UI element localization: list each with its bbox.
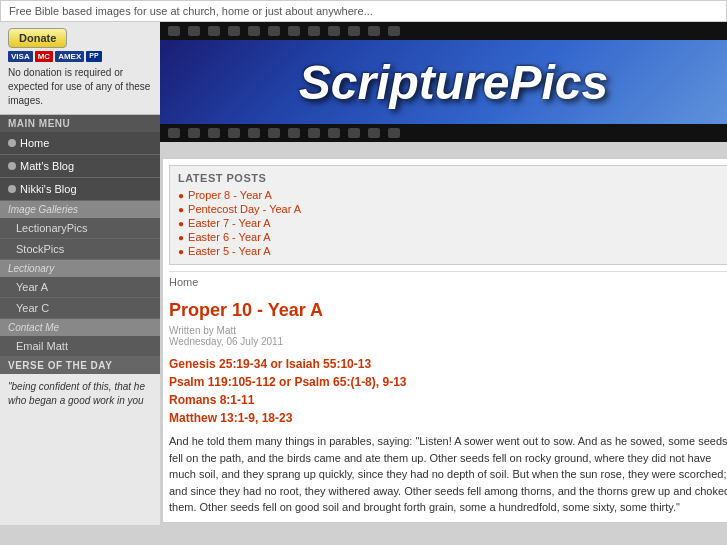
donate-description: No donation is required or expected for … — [8, 66, 152, 108]
film-hole — [388, 128, 400, 138]
menu-label-nikkis-blog: Nikki's Blog — [20, 183, 77, 195]
film-strip-bottom — [160, 124, 727, 142]
site-banner: ScripturePics — [160, 22, 727, 142]
amex-logo: AMEX — [55, 51, 84, 62]
latest-posts-box: LATEST POSTS ● Proper 8 - Year A ● Pente… — [169, 165, 727, 265]
sidebar-item-email-matt[interactable]: Email Matt — [0, 336, 160, 357]
sidebar-item-nikkis-blog[interactable]: Nikki's Blog — [0, 178, 160, 201]
post-label-2: Easter 7 - Year A — [188, 217, 271, 229]
mc-logo: MC — [35, 51, 53, 62]
ref-romans: Romans 8:1-11 — [169, 393, 254, 407]
scripture-ref-3[interactable]: Romans 8:1-11 — [169, 393, 727, 407]
ref-isaiah: Isaiah 55:10-13 — [286, 357, 371, 371]
film-hole — [388, 26, 400, 36]
post-label-1: Pentecost Day - Year A — [188, 203, 301, 215]
verse-of-day-header: VERSE OF THE DAY — [0, 357, 160, 374]
article: Proper 10 - Year A Written by Matt Wedne… — [169, 300, 727, 516]
article-written-by: Written by Matt Wednesday, 06 July 2011 — [169, 325, 727, 347]
site-title: ScripturePics — [299, 55, 608, 110]
sidebar-item-stockpics[interactable]: StockPics — [0, 239, 160, 260]
film-hole — [168, 128, 180, 138]
main-menu-header: MAIN MENU — [0, 115, 160, 132]
menu-label-home: Home — [20, 137, 49, 149]
scripture-ref-2[interactable]: Psalm 119:105-112 or Psalm 65:(1-8), 9-1… — [169, 375, 727, 389]
post-link-4[interactable]: ● Easter 5 - Year A — [178, 244, 727, 258]
article-body: And he told them many things in parables… — [169, 433, 727, 516]
post-dot: ● — [178, 218, 184, 229]
ref-matthew: Matthew 13:1-9, 18-23 — [169, 411, 292, 425]
contact-me-header: Contact Me — [0, 319, 160, 336]
donate-button[interactable]: Donate — [8, 28, 67, 48]
film-hole — [368, 128, 380, 138]
film-holes-bottom — [160, 128, 408, 138]
menu-label-email-matt: Email Matt — [16, 340, 68, 352]
menu-label-lectionarypics: LectionaryPics — [16, 222, 88, 234]
film-hole — [308, 128, 320, 138]
post-link-2[interactable]: ● Easter 7 - Year A — [178, 216, 727, 230]
center-content: LATEST POSTS ● Proper 8 - Year A ● Pente… — [162, 158, 727, 523]
top-bar: Free Bible based images for use at churc… — [0, 0, 727, 22]
menu-label-year-c: Year C — [16, 302, 49, 314]
post-label-0: Proper 8 - Year A — [188, 189, 272, 201]
sidebar-item-matts-blog[interactable]: Matt's Blog — [0, 155, 160, 178]
breadcrumb-text: Home — [169, 276, 198, 288]
film-hole — [348, 26, 360, 36]
film-hole — [368, 26, 380, 36]
menu-bullet-matts-blog — [8, 162, 16, 170]
top-bar-text: Free Bible based images for use at churc… — [9, 5, 373, 17]
ref-genesis: Genesis 25:19-34 — [169, 357, 267, 371]
film-hole — [268, 26, 280, 36]
post-label-3: Easter 6 - Year A — [188, 231, 271, 243]
post-link-3[interactable]: ● Easter 6 - Year A — [178, 230, 727, 244]
sidebar-item-home[interactable]: Home — [0, 132, 160, 155]
sidebar-item-year-a[interactable]: Year A — [0, 277, 160, 298]
breadcrumb: Home — [169, 271, 727, 292]
ref-or-2: or — [276, 375, 295, 389]
menu-bullet-home — [8, 139, 16, 147]
film-holes-top — [160, 26, 408, 36]
menu-label-year-a: Year A — [16, 281, 48, 293]
menu-label-matts-blog: Matt's Blog — [20, 160, 74, 172]
film-hole — [188, 128, 200, 138]
donate-section: Donate VISA MC AMEX PP No donation is re… — [0, 22, 160, 115]
film-hole — [228, 128, 240, 138]
post-dot: ● — [178, 232, 184, 243]
verse-of-day-text: "being confident of this, that he who be… — [0, 374, 160, 414]
film-hole — [188, 26, 200, 36]
post-dot: ● — [178, 190, 184, 201]
post-link-0[interactable]: ● Proper 8 - Year A — [178, 188, 727, 202]
sidebar-item-lectionarypics[interactable]: LectionaryPics — [0, 218, 160, 239]
post-label-4: Easter 5 - Year A — [188, 245, 271, 257]
film-hole — [208, 26, 220, 36]
film-strip-top — [160, 22, 727, 40]
film-hole — [288, 128, 300, 138]
film-hole — [208, 128, 220, 138]
film-hole — [168, 26, 180, 36]
film-hole — [268, 128, 280, 138]
film-hole — [328, 128, 340, 138]
scripture-ref-1[interactable]: Genesis 25:19-34 or Isaiah 55:10-13 — [169, 357, 727, 371]
ref-or-1: or — [267, 357, 286, 371]
paypal-logo: PP — [86, 51, 101, 62]
article-date: Wednesday, 06 July 2011 — [169, 336, 283, 347]
film-hole — [308, 26, 320, 36]
visa-logo: VISA — [8, 51, 33, 62]
ref-psalm2: Psalm 65:(1-8), 9-13 — [294, 375, 406, 389]
menu-bullet-nikkis-blog — [8, 185, 16, 193]
post-link-1[interactable]: ● Pentecost Day - Year A — [178, 202, 727, 216]
ref-psalm1: Psalm 119:105-112 — [169, 375, 276, 389]
image-galleries-header: Image Galleries — [0, 201, 160, 218]
latest-posts-title: LATEST POSTS — [178, 172, 727, 184]
scripture-ref-4[interactable]: Matthew 13:1-9, 18-23 — [169, 411, 727, 425]
film-hole — [288, 26, 300, 36]
post-dot: ● — [178, 204, 184, 215]
film-hole — [348, 128, 360, 138]
film-hole — [328, 26, 340, 36]
post-dot: ● — [178, 246, 184, 257]
sidebar-item-year-c[interactable]: Year C — [0, 298, 160, 319]
left-sidebar: Donate VISA MC AMEX PP No donation is re… — [0, 22, 160, 525]
film-hole — [248, 26, 260, 36]
article-title: Proper 10 - Year A — [169, 300, 727, 321]
film-hole — [248, 128, 260, 138]
payment-logos: VISA MC AMEX PP — [8, 51, 152, 62]
